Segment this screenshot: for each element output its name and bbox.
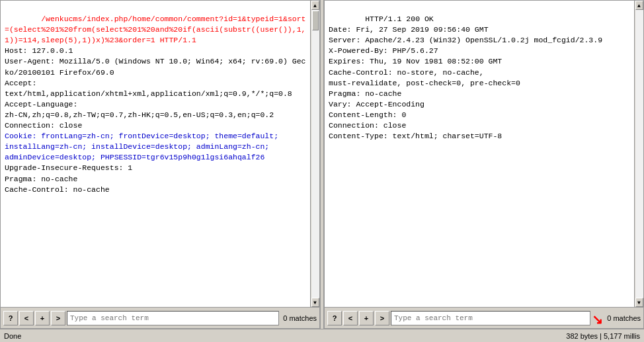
right-matches-label: 0 matches bbox=[607, 314, 641, 322]
left-pane: /wenkucms/index.php/home/common/comment?… bbox=[0, 0, 320, 329]
left-connection: Connection: close bbox=[5, 121, 82, 130]
right-prev-button[interactable]: < bbox=[343, 311, 358, 325]
status-right: 382 bytes | 5,177 millis bbox=[566, 332, 640, 340]
left-accept-language: Accept-Language: zh-CN,zh;q=0.8,zh-TW;q=… bbox=[5, 100, 274, 119]
right-connection: Connection: close bbox=[329, 121, 406, 130]
right-pane-content: HTTP/1.1 200 OK Date: Fri, 27 Sep 2019 0… bbox=[325, 1, 634, 307]
left-search-input[interactable] bbox=[67, 311, 279, 325]
left-url-highlight: /wenkucms/index.php/home/common/comment?… bbox=[5, 15, 305, 44]
right-next-large-button[interactable]: > bbox=[375, 311, 389, 325]
main-area: /wenkucms/index.php/home/common/comment?… bbox=[0, 0, 644, 329]
left-cookie: Cookie: frontLang=zh-cn; frontDevice=des… bbox=[5, 132, 278, 161]
status-left: Done bbox=[4, 332, 21, 340]
left-scroll-thumb[interactable] bbox=[312, 11, 319, 30]
left-next-button[interactable]: + bbox=[35, 311, 50, 325]
right-content-length: Content-Length: 0 bbox=[329, 110, 406, 119]
right-content-type: Content-Type: text/html; charset=UTF-8 bbox=[329, 132, 502, 140]
left-search-bar: ? < + > 0 matches bbox=[1, 307, 319, 328]
left-upgrade: Upgrade-Insecure-Requests: 1 bbox=[5, 163, 132, 172]
left-scroll-track[interactable] bbox=[311, 10, 319, 298]
right-help-button[interactable]: ? bbox=[327, 311, 342, 325]
left-scroll-down[interactable]: ▼ bbox=[311, 298, 319, 307]
red-arrow-icon: ↘ bbox=[592, 313, 603, 326]
left-next-large-button[interactable]: > bbox=[51, 311, 65, 325]
right-search-bar: ? < + > ↘ 0 matches bbox=[325, 307, 643, 328]
left-accept: Accept: text/html,application/xhtml+xml,… bbox=[5, 79, 292, 98]
left-scroll-up[interactable]: ▲ bbox=[311, 1, 319, 10]
right-pane: HTTP/1.1 200 OK Date: Fri, 27 Sep 2019 0… bbox=[324, 0, 644, 329]
right-search-input[interactable] bbox=[391, 311, 590, 325]
left-cache-control: Cache-Control: no-cache bbox=[5, 185, 110, 194]
right-pragma: Pragma: no-cache bbox=[329, 89, 401, 98]
right-pane-scroll-area: HTTP/1.1 200 OK Date: Fri, 27 Sep 2019 0… bbox=[325, 1, 643, 307]
right-scroll-up[interactable]: ▲ bbox=[635, 1, 643, 10]
right-cache-control: Cache-Control: no-store, no-cache, must-… bbox=[329, 68, 520, 87]
right-server: Server: Apache/2.4.23 (Win32) OpenSSL/1.… bbox=[329, 36, 602, 44]
left-matches-label: 0 matches bbox=[283, 314, 317, 322]
left-help-button[interactable]: ? bbox=[3, 311, 18, 325]
left-host: Host: 127.0.0.1 bbox=[5, 46, 73, 55]
right-scrollbar[interactable]: ▲ ▼ bbox=[634, 1, 643, 307]
right-next-button[interactable]: + bbox=[359, 311, 374, 325]
right-scroll-track[interactable] bbox=[635, 10, 643, 298]
left-pragma: Pragma: no-cache bbox=[5, 175, 77, 183]
status-bar: Done 382 bytes | 5,177 millis bbox=[0, 329, 644, 342]
left-useragent: User-Agent: Mozilla/5.0 (Windows NT 10.0… bbox=[5, 57, 305, 76]
left-pane-scroll-area: /wenkucms/index.php/home/common/comment?… bbox=[1, 1, 319, 307]
right-matches-area: ↘ 0 matches bbox=[592, 312, 641, 325]
left-scrollbar[interactable]: ▲ ▼ bbox=[310, 1, 319, 307]
right-scroll-down[interactable]: ▼ bbox=[635, 298, 643, 307]
right-expires: Expires: Thu, 19 Nov 1981 08:52:00 GMT bbox=[329, 57, 502, 65]
right-date: Date: Fri, 27 Sep 2019 09:56:40 GMT bbox=[329, 25, 489, 34]
right-xpowered: X-Powered-By: PHP/5.6.27 bbox=[329, 46, 438, 55]
right-vary: Vary: Accept-Encoding bbox=[329, 100, 424, 108]
left-prev-button[interactable]: < bbox=[19, 311, 34, 325]
left-pane-content: /wenkucms/index.php/home/common/comment?… bbox=[1, 1, 310, 307]
right-status: HTTP/1.1 200 OK bbox=[365, 15, 434, 23]
